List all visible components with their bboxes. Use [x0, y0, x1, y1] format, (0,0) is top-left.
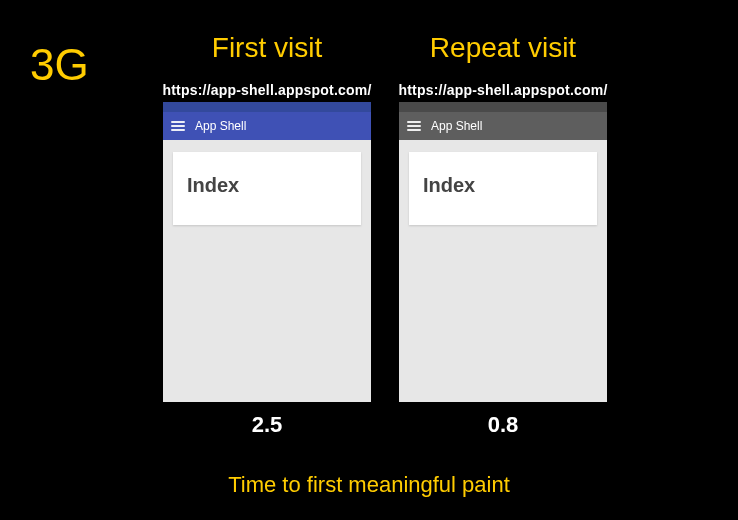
app-title: App Shell [431, 119, 482, 133]
slide-caption: Time to first meaningful paint [0, 472, 738, 498]
column-first-visit: First visit https://app-shell.appspot.co… [157, 32, 377, 438]
app-title: App Shell [195, 119, 246, 133]
content-card: Index [409, 152, 597, 225]
device-screenshot: App Shell Index [163, 102, 371, 402]
app-toolbar: App Shell [163, 112, 371, 140]
address-url: https://app-shell.appspot.com/ [393, 82, 613, 98]
timing-value: 2.5 [157, 412, 377, 438]
page-heading: Index [187, 174, 347, 197]
hamburger-icon[interactable] [407, 121, 421, 131]
status-bar [399, 102, 607, 112]
status-bar [163, 102, 371, 112]
column-heading: Repeat visit [393, 32, 613, 64]
timing-value: 0.8 [393, 412, 613, 438]
address-url: https://app-shell.appspot.com/ [157, 82, 377, 98]
device-screenshot: App Shell Index [399, 102, 607, 402]
hamburger-icon[interactable] [171, 121, 185, 131]
app-toolbar: App Shell [399, 112, 607, 140]
network-badge: 3G [30, 40, 89, 90]
content-card: Index [173, 152, 361, 225]
column-heading: First visit [157, 32, 377, 64]
column-repeat-visit: Repeat visit https://app-shell.appspot.c… [393, 32, 613, 438]
page-heading: Index [423, 174, 583, 197]
